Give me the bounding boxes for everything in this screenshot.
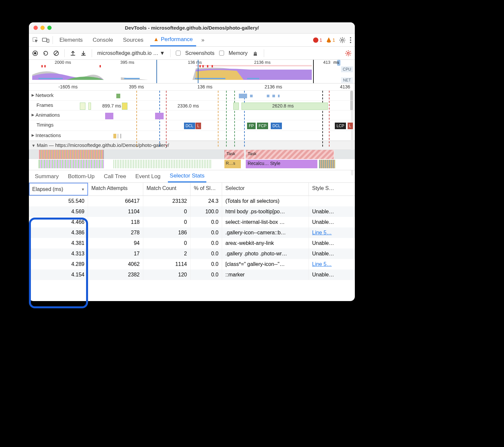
table-cell: 278: [88, 227, 143, 238]
svg-point-14: [350, 42, 351, 43]
table-cell: html body .ps-tooltip[po…: [222, 206, 309, 217]
upload-icon[interactable]: [70, 50, 76, 56]
table-row[interactable]: 4.15423821200.0::markerUnable…: [29, 270, 355, 280]
table-cell: 24.3: [191, 196, 222, 206]
table-cell: 4.386: [29, 227, 88, 238]
traffic-lights: [34, 26, 52, 30]
clear-icon[interactable]: [53, 50, 59, 56]
col-match-count[interactable]: Match Count: [143, 183, 191, 196]
tab-event-log[interactable]: Event Log: [133, 170, 163, 182]
svg-line-30: [346, 55, 347, 55]
capture-settings-icon[interactable]: [345, 50, 352, 57]
tab-bottom-up[interactable]: Bottom-Up: [66, 170, 97, 182]
tab-performance[interactable]: ▲ Performance: [150, 34, 196, 46]
table-row[interactable]: 4.3131720.0.gallery .photo .photo-wr…Una…: [29, 248, 355, 259]
memory-checkbox[interactable]: [219, 51, 224, 56]
table-cell: 55.540: [29, 196, 88, 206]
window-title: DevTools - microsoftedge.github.io/Demos…: [29, 25, 355, 31]
table-cell: 0.0: [191, 238, 222, 248]
stylesheet-link[interactable]: Line 5…: [312, 261, 332, 267]
svg-line-18: [55, 52, 58, 55]
separator: [170, 49, 171, 57]
svg-rect-1: [42, 38, 47, 41]
tabs-overflow[interactable]: »: [199, 34, 206, 46]
disclose-icon: ▶: [32, 113, 34, 117]
record-icon[interactable]: [32, 50, 38, 56]
overview-chart[interactable]: 2000 ms 395 ms 136 ms 2136 ms 413 ms: [29, 60, 355, 83]
track-animations[interactable]: ▶Animations: [29, 110, 355, 120]
download-icon[interactable]: [80, 50, 86, 56]
track-frames[interactable]: Frames 899.7 ms 2336.0 ms 2620.8 ms: [29, 101, 355, 110]
table-cell: 4.154: [29, 270, 88, 280]
svg-line-29: [350, 55, 350, 55]
table-cell: Unable…: [309, 270, 340, 280]
tab-call-tree[interactable]: Call Tree: [102, 170, 128, 182]
zoom-icon[interactable]: [47, 26, 52, 30]
col-style-sheet[interactable]: Style S…: [309, 183, 340, 196]
chevron-down-icon: ▼: [160, 50, 165, 56]
table-cell: 0.0: [191, 259, 222, 270]
warning-icon: [326, 37, 332, 43]
overview-cpu: [32, 65, 339, 80]
tab-performance-label: Performance: [161, 36, 193, 43]
screenshots-label: Screenshots: [185, 50, 215, 56]
table-row[interactable]: 4.289406211140.0[class*=" gallery-icon--…: [29, 259, 355, 270]
warning-badge[interactable]: 1: [326, 37, 335, 43]
target-label: microsoftedge.github.io …: [97, 50, 158, 56]
tab-selector-stats[interactable]: Selector Stats: [168, 170, 207, 182]
svg-rect-32: [196, 65, 312, 66]
table-cell: 2382: [88, 270, 143, 280]
col-match-attempts[interactable]: Match Attempts: [88, 183, 143, 196]
gear-icon[interactable]: [339, 37, 346, 43]
net-label: NET: [341, 77, 353, 83]
table-cell: 4.569: [29, 206, 88, 217]
table-cell: 4.466: [29, 217, 88, 227]
tab-sources[interactable]: Sources: [120, 34, 147, 46]
table-row[interactable]: 4.46611800.0select:-internal-list-box …U…: [29, 217, 355, 227]
table-row[interactable]: 55.540664172313224.3(Totals for all sele…: [29, 196, 355, 206]
error-badge[interactable]: 1: [313, 37, 322, 43]
target-select[interactable]: microsoftedge.github.io … ▼: [97, 50, 165, 56]
table-cell: 100.0: [191, 206, 222, 217]
track-timings[interactable]: Timings DCL L FP FCP DCL LCP L: [29, 120, 355, 131]
kebab-icon[interactable]: [350, 37, 352, 43]
garbage-collect-icon[interactable]: [252, 50, 259, 57]
device-icon[interactable]: [42, 37, 49, 43]
reload-icon[interactable]: [43, 50, 49, 56]
main-label: Main — https://microsoftedge.github.io/D…: [37, 142, 169, 148]
table-cell: 4.381: [29, 238, 88, 248]
table-cell: 4062: [88, 259, 143, 270]
col-selector[interactable]: Selector: [222, 183, 309, 196]
warning-triangle-icon: ▲: [153, 36, 159, 43]
col-elapsed[interactable]: Elapsed (ms) ▼: [29, 183, 88, 196]
table-row[interactable]: 4.3862781860.0.gallery-icon--camera::b…L…: [29, 227, 355, 238]
close-icon[interactable]: [34, 26, 38, 30]
table-cell: 1114: [143, 259, 191, 270]
tab-summary[interactable]: Summary: [33, 170, 61, 182]
table-cell: 0: [143, 206, 191, 217]
table-cell: Line 5…: [309, 227, 340, 238]
table-cell: ::marker: [222, 270, 309, 280]
table-cell: 23132: [143, 196, 191, 206]
minimize-icon[interactable]: [40, 26, 45, 30]
table-cell: Unable…: [309, 206, 340, 217]
titlebar: DevTools - microsoftedge.github.io/Demos…: [29, 22, 355, 34]
tab-elements[interactable]: Elements: [56, 34, 86, 46]
inspect-icon[interactable]: [32, 37, 39, 43]
screenshots-checkbox[interactable]: [176, 51, 181, 56]
tab-console[interactable]: Console: [89, 34, 116, 46]
stylesheet-link[interactable]: Line 5…: [312, 230, 332, 236]
track-interactions[interactable]: ▶Interactions: [29, 131, 355, 141]
table-row[interactable]: 4.56911040100.0html body .ps-tooltip[po……: [29, 206, 355, 217]
track-network[interactable]: ▶Network: [29, 91, 355, 101]
track-main-header[interactable]: ▼ Main — https://microsoftedge.github.io…: [29, 141, 355, 150]
tracks-panel: ▶Network Frames 899.7 ms 2336.0 ms: [29, 91, 355, 170]
flame-chart[interactable]: Task Task R…s Recalcu… Style: [29, 150, 355, 170]
timeline-ruler[interactable]: -1605 ms 395 ms 136 ms 2136 ms 4136: [29, 83, 355, 91]
col-pct-slow[interactable]: % of Sl…: [191, 183, 222, 196]
table-body: 55.540664172313224.3(Totals for all sele…: [29, 196, 355, 280]
task-box: Task: [246, 150, 334, 159]
ms-label: ms: [333, 60, 339, 65]
table-row[interactable]: 4.3819400.0area:-webkit-any-linkUnable…: [29, 238, 355, 248]
table-cell: 0: [143, 217, 191, 227]
